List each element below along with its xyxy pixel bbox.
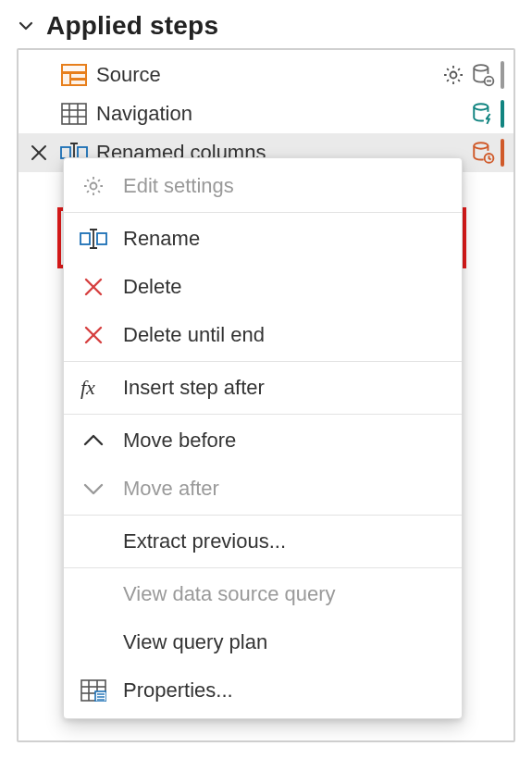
svg-point-6 (474, 65, 488, 71)
step-row-navigation[interactable]: Navigation (19, 94, 513, 133)
step-row-source[interactable]: Source (19, 56, 513, 94)
svg-rect-2 (63, 74, 69, 84)
menu-separator (64, 361, 462, 362)
close-icon (77, 277, 110, 297)
section-title: Applied steps (46, 11, 218, 41)
menu-label: Extract previous... (123, 529, 286, 553)
status-tick (501, 100, 504, 128)
close-icon (77, 325, 110, 345)
menu-label: Move before (123, 429, 236, 453)
menu-rename[interactable]: Rename (64, 215, 462, 263)
svg-rect-21 (80, 233, 90, 244)
menu-move-after: Move after (64, 465, 462, 513)
table-source-icon (59, 64, 89, 86)
menu-delete-until-end[interactable]: Delete until end (64, 311, 462, 359)
menu-view-query-plan[interactable]: View query plan (64, 618, 462, 666)
chevron-down-icon (77, 479, 110, 498)
menu-separator (64, 212, 462, 213)
menu-insert-step-after[interactable]: fx Insert step after (64, 364, 462, 412)
menu-separator (64, 567, 462, 568)
rename-icon (77, 229, 110, 249)
menu-delete[interactable]: Delete (64, 263, 462, 311)
delete-step-icon[interactable] (26, 143, 52, 162)
menu-move-before[interactable]: Move before (64, 417, 462, 465)
fx-icon: fx (77, 377, 110, 399)
database-lightning-icon (471, 102, 495, 126)
step-label: Source (96, 63, 434, 87)
menu-extract-previous[interactable]: Extract previous... (64, 517, 462, 566)
applied-steps-panel: Source Navigation (17, 48, 515, 742)
menu-label: Move after (123, 477, 219, 501)
svg-rect-1 (63, 66, 85, 71)
chevron-up-icon (77, 431, 110, 450)
svg-rect-8 (62, 104, 86, 124)
step-context-menu: Edit settings Rename Delete Delete u (63, 157, 463, 719)
svg-point-20 (91, 183, 97, 190)
applied-steps-header[interactable]: Applied steps (17, 7, 515, 48)
svg-text:fx: fx (80, 377, 95, 399)
menu-label: Delete (123, 275, 182, 299)
step-label: Navigation (96, 102, 464, 126)
menu-separator (64, 515, 462, 516)
menu-label: Insert step after (123, 376, 265, 400)
status-tick (501, 139, 504, 167)
svg-point-13 (474, 104, 488, 110)
menu-view-data-source-query: View data source query (64, 570, 462, 618)
database-minus-icon (471, 63, 495, 87)
status-tick (501, 61, 504, 89)
menu-separator (64, 414, 462, 415)
svg-point-18 (474, 143, 488, 149)
svg-rect-3 (71, 74, 85, 78)
svg-point-5 (451, 72, 457, 79)
menu-properties[interactable]: Properties... (64, 666, 462, 715)
table-grid-icon (59, 103, 89, 125)
chevron-down-icon (17, 17, 37, 35)
menu-label: View query plan (123, 630, 267, 654)
database-clock-icon (471, 141, 495, 165)
menu-label: Properties... (123, 678, 233, 703)
menu-edit-settings: Edit settings (64, 162, 462, 210)
menu-label: Delete until end (123, 323, 265, 347)
svg-rect-4 (71, 81, 85, 84)
svg-rect-22 (97, 233, 106, 244)
menu-label: Edit settings (123, 174, 234, 198)
menu-label: Rename (123, 227, 200, 251)
menu-label: View data source query (123, 582, 336, 606)
gear-icon (77, 174, 110, 198)
table-properties-icon (77, 679, 110, 702)
gear-icon[interactable] (441, 63, 465, 87)
